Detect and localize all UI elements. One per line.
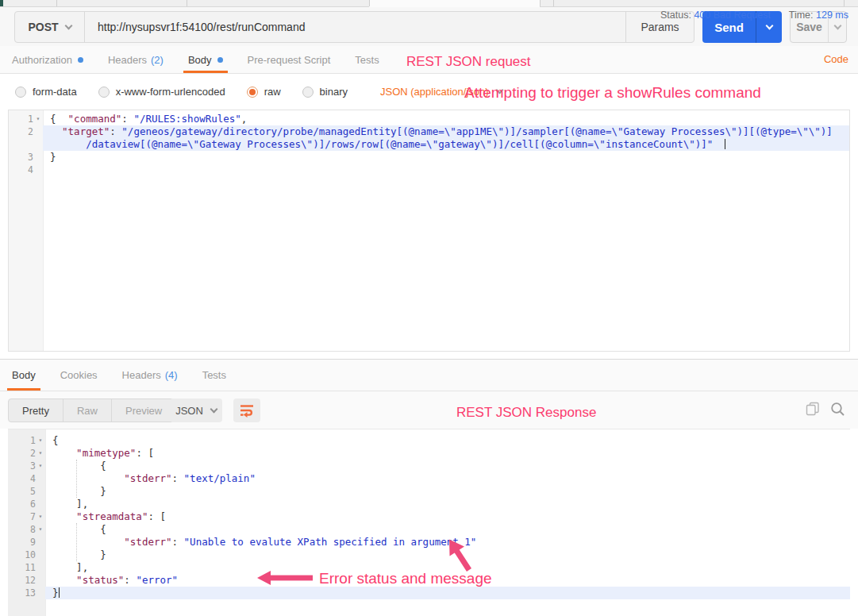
code-line[interactable]: 1▾{ "command": "/RULES:showRules", xyxy=(9,113,849,125)
url-box: POST http://nysupsvr1f:54100/rest/runCom… xyxy=(14,11,694,43)
annotation-response-note: REST JSON Response xyxy=(456,405,596,421)
text-cursor xyxy=(59,587,60,598)
wrap-lines-button[interactable] xyxy=(233,398,260,422)
arrow-left-annotation xyxy=(256,570,317,586)
code-line[interactable]: 1▾{ xyxy=(8,434,850,447)
window-tab-strip xyxy=(0,0,858,7)
code-line[interactable]: 2▾ "mimetype": [ xyxy=(8,447,850,460)
language-dropdown[interactable]: JSON xyxy=(170,398,222,422)
code-line[interactable]: 8▾ { xyxy=(8,523,850,536)
tab-tests[interactable]: Tests xyxy=(202,360,226,391)
code-line[interactable]: 10 } xyxy=(8,549,850,561)
code-line[interactable]: 7▾ "streamdata": [ xyxy=(8,510,850,523)
copy-icon[interactable] xyxy=(806,402,820,416)
response-tabs: BodyCookiesHeaders(4)Tests xyxy=(0,360,858,391)
sidebar-edge xyxy=(0,0,3,6)
view-toggle-group: PrettyRawPreview xyxy=(8,398,176,422)
method-dropdown[interactable]: POST xyxy=(15,12,85,42)
radio-icon[interactable] xyxy=(15,87,26,98)
annotation-request-type: REST JSON request xyxy=(406,54,531,70)
code-line[interactable]: 4 "stderr": "text/plain" xyxy=(8,472,850,485)
radio-icon[interactable] xyxy=(302,87,314,98)
code-line[interactable]: 6 ], xyxy=(8,498,850,510)
chevron-down-icon xyxy=(210,405,217,413)
response-body-editor[interactable]: 1▾{2▾ "mimetype": [3▾ {4 "stderr": "text… xyxy=(8,429,850,616)
code-line[interactable]: 3} xyxy=(9,151,849,164)
chevron-down-icon xyxy=(833,21,841,29)
code-line[interactable]: 5 } xyxy=(8,485,850,498)
code-line[interactable]: 4 xyxy=(9,164,849,176)
url-input[interactable]: http://nysupsvr1f:54100/rest/runCommand xyxy=(85,12,625,42)
request-body-editor[interactable]: 1▾{ "command": "/RULES:showRules",2 "tar… xyxy=(8,110,850,352)
code-link[interactable]: Code xyxy=(824,53,848,65)
word-wrap-icon xyxy=(239,403,255,418)
tab-body[interactable]: Body xyxy=(12,360,36,391)
search-icon[interactable] xyxy=(830,402,845,417)
fold-caret-icon[interactable]: ▾ xyxy=(36,434,45,447)
edited-dot-icon xyxy=(78,57,83,63)
tab-headers[interactable]: Headers(2) xyxy=(108,46,164,73)
tab-body[interactable]: Body xyxy=(188,46,223,73)
code-line[interactable]: 9 "stderr": "Unable to evalute XPath spe… xyxy=(8,536,850,549)
active-tab-sliver xyxy=(369,0,540,7)
annotation-attempt-note: Attempting to trigger a showRules comman… xyxy=(464,84,761,102)
fold-caret-icon[interactable]: ▾ xyxy=(36,510,45,523)
chevron-down-icon xyxy=(64,21,72,29)
fold-caret-icon[interactable]: ▾ xyxy=(33,113,43,125)
radio-icon[interactable] xyxy=(98,87,110,98)
body-mode-x-www-form-urlencoded[interactable]: x-www-form-urlencoded xyxy=(98,86,225,98)
fold-caret-icon[interactable]: ▾ xyxy=(36,523,45,536)
time-value[interactable]: 129 ms xyxy=(816,10,848,21)
tab-headers[interactable]: Headers(4) xyxy=(122,360,178,391)
code-line[interactable]: /dataview[(@name=\"Gateway Processes\")]… xyxy=(9,138,849,151)
fold-caret-icon[interactable]: ▾ xyxy=(36,447,45,460)
tab-cookies[interactable]: Cookies xyxy=(60,360,98,391)
body-mode-binary[interactable]: binary xyxy=(302,86,348,98)
code-line[interactable]: 13} xyxy=(8,587,850,599)
time-label: Time: xyxy=(789,10,814,21)
code-line[interactable]: 2 "target": "/geneos/gateway/directory/p… xyxy=(9,125,849,138)
chevron-down-icon xyxy=(765,21,773,29)
text-cursor xyxy=(725,139,725,149)
method-label: POST xyxy=(28,21,58,33)
fold-caret-icon[interactable]: ▾ xyxy=(36,460,45,472)
postman-window: { "colors": { "accent_orange": "#f47023"… xyxy=(0,0,858,616)
view-raw[interactable]: Raw xyxy=(63,399,112,422)
code-line[interactable]: 3▾ { xyxy=(8,460,850,472)
language-label: JSON xyxy=(175,405,203,417)
view-preview[interactable]: Preview xyxy=(112,399,175,422)
tab-tests[interactable]: Tests xyxy=(355,46,379,73)
response-view-bar: PrettyRawPreview JSON xyxy=(0,391,858,429)
arrow-up-annotation xyxy=(438,532,481,575)
view-pretty[interactable]: Pretty xyxy=(9,399,63,422)
tab-authorization[interactable]: Authorization xyxy=(12,46,83,73)
body-mode-form-data[interactable]: form-data xyxy=(15,86,77,98)
status-label: Status: xyxy=(660,10,691,21)
body-mode-raw[interactable]: raw xyxy=(247,86,281,98)
tab-pre-request-script[interactable]: Pre-request Script xyxy=(248,46,331,73)
status-value[interactable]: 400 Bad Request xyxy=(694,10,771,21)
response-status-block: Status: 400 Bad Request Time: 129 ms xyxy=(660,10,848,21)
annotation-error-note: Error status and message xyxy=(319,570,492,587)
radio-icon[interactable] xyxy=(247,87,258,98)
edited-dot-icon xyxy=(217,57,223,63)
